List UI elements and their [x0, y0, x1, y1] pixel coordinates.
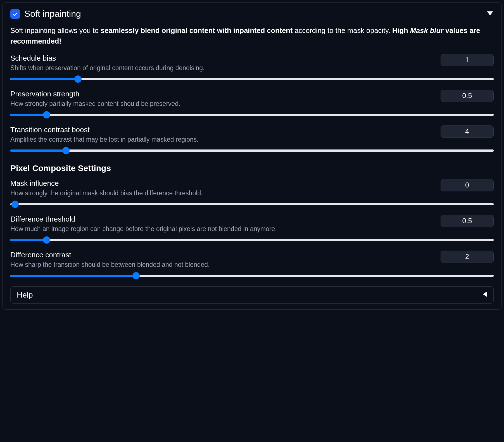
param-label: Preservation strength — [10, 90, 435, 98]
param-desc: How strongly partially masked content sh… — [10, 100, 435, 108]
svg-marker-0 — [487, 11, 493, 15]
difference-contrast-slider[interactable] — [10, 272, 494, 279]
panel-title: Soft inpainting — [24, 9, 81, 19]
param-header-text: Preservation strength How strongly parti… — [10, 90, 435, 111]
param-header-text: Schedule bias Shifts when preservation o… — [10, 54, 435, 76]
preservation-strength-value-input[interactable]: 0.5 — [441, 90, 494, 102]
panel-header-left: Soft inpainting — [10, 9, 81, 19]
param-header-text: Transition contrast boost Amplifies the … — [10, 125, 435, 147]
param-difference-threshold: Difference threshold How much an image r… — [10, 215, 494, 243]
param-mask-influence: Mask influence How strongly the original… — [10, 179, 494, 208]
mask-influence-value-input[interactable]: 0 — [441, 179, 494, 191]
panel-header: Soft inpainting — [10, 9, 494, 19]
slider-track — [10, 114, 494, 116]
svg-marker-1 — [483, 292, 487, 297]
slider-thumb[interactable] — [132, 272, 140, 279]
soft-inpainting-checkbox[interactable] — [10, 9, 20, 19]
param-label: Difference contrast — [10, 251, 435, 259]
param-header: Difference contrast How sharp the transi… — [10, 251, 494, 272]
param-header-text: Difference threshold How much an image r… — [10, 215, 435, 237]
slider-fill — [10, 78, 78, 80]
soft-inpainting-panel: Soft inpainting Soft inpainting allows y… — [2, 2, 502, 310]
mask-influence-slider[interactable] — [10, 201, 494, 208]
param-desc: How strongly the original mask should bi… — [10, 189, 435, 197]
param-difference-contrast: Difference contrast How sharp the transi… — [10, 251, 494, 279]
difference-threshold-value-input[interactable]: 0.5 — [441, 215, 494, 227]
param-desc: How much an image region can change befo… — [10, 225, 435, 233]
param-header: Preservation strength How strongly parti… — [10, 90, 494, 111]
chevron-left-icon — [482, 291, 487, 297]
help-label: Help — [17, 291, 33, 300]
param-desc: Amplifies the contrast that may be lost … — [10, 136, 435, 143]
slider-fill — [10, 114, 47, 116]
chevron-down-icon — [486, 11, 494, 16]
param-header: Schedule bias Shifts when preservation o… — [10, 54, 494, 76]
help-expand-icon — [482, 291, 487, 299]
param-header-text: Mask influence How strongly the original… — [10, 179, 435, 201]
param-header-text: Difference contrast How sharp the transi… — [10, 251, 435, 272]
param-header: Transition contrast boost Amplifies the … — [10, 125, 494, 147]
slider-thumb[interactable] — [11, 201, 19, 208]
param-header: Mask influence How strongly the original… — [10, 179, 494, 201]
param-desc: Shifts when preservation of original con… — [10, 64, 435, 72]
slider-track — [10, 203, 494, 205]
param-transition-contrast-boost: Transition contrast boost Amplifies the … — [10, 125, 494, 154]
param-preservation-strength: Preservation strength How strongly parti… — [10, 90, 494, 118]
transition-contrast-boost-slider[interactable] — [10, 147, 494, 154]
slider-track — [10, 275, 494, 277]
param-label: Mask influence — [10, 179, 435, 188]
desc-text: according to the mask opacity. — [293, 27, 392, 34]
slider-thumb[interactable] — [62, 147, 70, 154]
param-schedule-bias: Schedule bias Shifts when preservation o… — [10, 54, 494, 82]
transition-contrast-boost-value-input[interactable]: 4 — [441, 125, 494, 138]
param-desc: How sharp the transition should be betwe… — [10, 261, 435, 268]
difference-threshold-slider[interactable] — [10, 237, 494, 243]
slider-track — [10, 78, 494, 80]
preservation-strength-slider[interactable] — [10, 111, 494, 118]
collapse-toggle[interactable] — [486, 10, 494, 18]
slider-fill — [10, 275, 136, 277]
desc-bold: seamlessly blend original content with i… — [101, 27, 293, 34]
param-label: Transition contrast boost — [10, 125, 435, 134]
desc-text: Soft inpainting allows you to — [10, 27, 101, 34]
schedule-bias-slider[interactable] — [10, 76, 494, 82]
desc-hi-prefix: High — [392, 27, 410, 34]
pixel-composite-heading: Pixel Composite Settings — [10, 163, 494, 173]
slider-fill — [10, 239, 47, 241]
slider-thumb[interactable] — [43, 111, 50, 118]
help-toggle[interactable]: Help — [10, 286, 494, 304]
slider-track — [10, 239, 494, 241]
schedule-bias-value-input[interactable]: 1 — [441, 54, 494, 66]
param-label: Difference threshold — [10, 215, 435, 224]
param-label: Schedule bias — [10, 54, 435, 63]
slider-fill — [10, 149, 66, 152]
panel-description: Soft inpainting allows you to seamlessly… — [10, 25, 494, 47]
param-header: Difference threshold How much an image r… — [10, 215, 494, 237]
desc-hi-italic: Mask blur — [410, 27, 443, 34]
difference-contrast-value-input[interactable]: 2 — [441, 251, 494, 263]
slider-track — [10, 149, 494, 152]
checkmark-icon — [12, 11, 18, 17]
slider-thumb[interactable] — [43, 236, 50, 244]
slider-thumb[interactable] — [74, 75, 82, 83]
